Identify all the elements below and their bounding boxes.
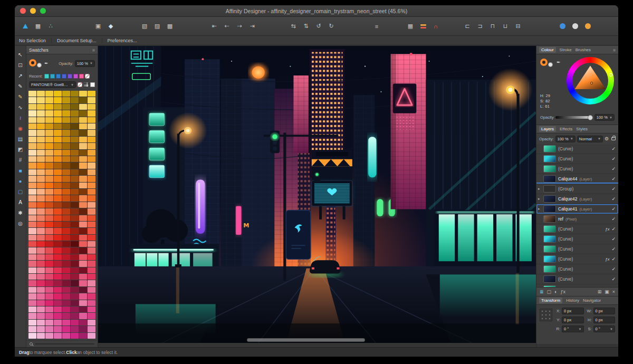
swatch[interactable] [62,228,70,234]
swatch[interactable] [45,254,53,260]
distribute-button[interactable]: ⊟ [513,22,523,31]
swatch[interactable] [28,202,36,208]
swatch[interactable] [71,97,79,103]
swatch[interactable] [71,169,79,175]
swatch[interactable] [28,104,36,110]
layer-visibility-check[interactable]: ✓ [611,256,616,262]
swatch[interactable] [62,169,70,175]
swatch[interactable] [88,313,95,319]
swatch[interactable] [62,274,70,280]
swatch[interactable] [37,326,45,332]
swatch[interactable] [45,123,53,129]
swatch[interactable] [71,333,79,339]
layer-visibility-check[interactable]: ✓ [611,276,616,282]
opacity-value-select[interactable]: 100 %▼ [594,114,615,121]
layer-row[interactable]: ▸Calque41(Layer)✓ [536,204,618,214]
swatch[interactable] [28,261,36,266]
swatch[interactable] [62,293,70,299]
swatch[interactable] [62,104,70,110]
insert-behind-button[interactable]: ▧ [139,22,150,31]
swatch[interactable] [28,208,36,214]
pen-tool[interactable]: ✎ [16,82,25,90]
swatch[interactable] [79,156,87,162]
swatch[interactable] [28,183,36,188]
canvas-area[interactable]: M [98,46,536,347]
tab-navigator[interactable]: Navigator [583,298,601,303]
adjustment-layer-button[interactable]: ◐ [554,289,557,294]
swatch[interactable] [79,104,87,110]
tab-colour[interactable]: Colour [539,47,556,53]
layer-fx-icon[interactable]: ƒx [605,257,609,262]
swatch[interactable] [45,91,53,97]
swatch[interactable] [71,254,79,260]
anchor-point-selector[interactable] [540,309,552,321]
swatch[interactable] [71,280,79,286]
layer-visibility-check[interactable]: ✓ [611,226,616,232]
swatch[interactable] [28,189,36,195]
swatch[interactable] [45,215,53,221]
swatch[interactable] [54,91,62,97]
gradient-swatch[interactable] [84,82,89,87]
flip-vertical-button[interactable]: ⇅ [301,22,311,31]
view-tool[interactable]: ✱ [16,208,25,217]
swatch[interactable] [45,333,53,339]
white-swatch[interactable] [90,82,95,87]
zoom-tool[interactable]: ◎ [16,219,25,227]
layer-visibility-check[interactable]: ✓ [611,236,616,242]
swatch[interactable] [79,228,87,234]
rotate-cw-button[interactable]: ↻ [326,22,337,31]
flip-horizontal-button[interactable]: ⇆ [288,22,299,31]
swatch[interactable] [79,150,87,156]
swatch[interactable] [79,162,87,168]
align-left-button[interactable]: ⊏ [462,22,473,31]
swatch[interactable] [28,169,36,175]
swatch[interactable] [79,143,87,149]
swatch[interactable] [71,247,79,253]
no-fill-swatch[interactable] [78,82,82,87]
swatch[interactable] [88,215,95,221]
layer-visibility-check[interactable]: ✓ [611,156,616,161]
swatch[interactable] [45,326,53,332]
layer-row[interactable]: (Curve)✓ [536,244,618,254]
swatch[interactable] [71,274,79,280]
swatch[interactable] [37,228,45,234]
swatch[interactable] [37,254,45,260]
swatch[interactable] [71,241,79,247]
swatch[interactable] [88,222,95,227]
swatch[interactable] [54,169,62,175]
delete-layer-button[interactable]: × [612,289,615,294]
transform-input-r[interactable]: 0 °▼ [562,325,584,332]
swatch[interactable] [62,91,70,97]
swatch[interactable] [45,241,53,247]
swatch[interactable] [54,300,62,306]
swatch[interactable] [54,137,62,142]
preferences-button[interactable]: Preferences... [108,38,137,43]
pencil-tool[interactable]: ✎ [16,92,25,101]
swatch[interactable] [28,91,36,97]
transform-input-s[interactable]: 0 °▼ [593,325,616,332]
ellipse-tool[interactable]: ● [16,177,25,185]
swatch[interactable] [54,274,62,280]
swatch[interactable] [88,287,95,293]
swatch[interactable] [28,267,36,273]
saturation-lightness-marker[interactable] [590,82,593,84]
swatch[interactable] [79,280,87,286]
swatch[interactable] [88,320,95,325]
swatch[interactable] [71,183,79,188]
swatch[interactable] [88,306,95,312]
swatch[interactable] [88,169,95,175]
stroke-circle-button[interactable] [570,22,580,31]
swatch[interactable] [54,189,62,195]
swatch[interactable] [71,222,79,227]
swatch[interactable] [62,333,70,339]
swatch[interactable] [37,202,45,208]
horizontal-scrollbar[interactable] [247,338,365,342]
swatch[interactable] [54,287,62,293]
swatch[interactable] [28,176,36,181]
swatch[interactable] [54,333,62,339]
move-to-back-button[interactable]: ⇤ [209,22,219,31]
colour-circle-button[interactable] [557,22,568,31]
tab-transform[interactable]: Transform [539,298,562,303]
swatch[interactable] [28,143,36,149]
swatch[interactable] [88,326,95,332]
